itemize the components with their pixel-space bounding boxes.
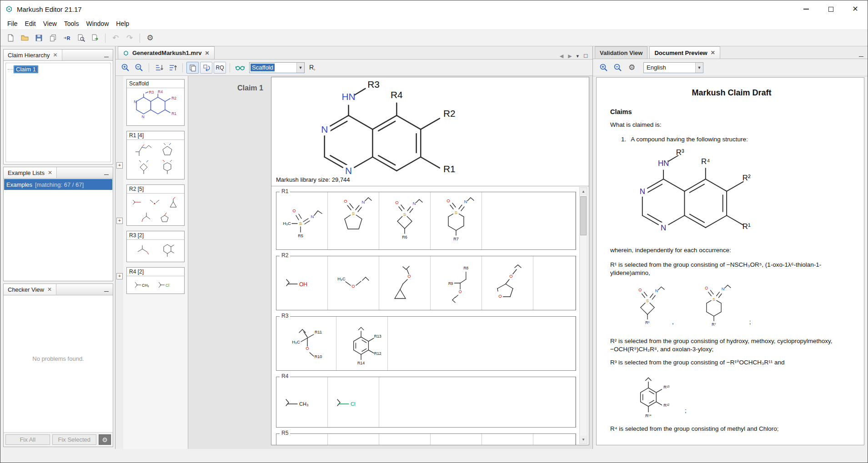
- tab-scroll-right-button[interactable]: ▶: [568, 53, 572, 59]
- expand-group-button[interactable]: +: [116, 218, 123, 224]
- thumbnail-structure[interactable]: [156, 160, 179, 177]
- minimize-panel-button[interactable]: [100, 169, 113, 176]
- thumbnail-structure[interactable]: [132, 160, 155, 177]
- scaffold-view-button[interactable]: [186, 62, 199, 74]
- thumbnail-structure[interactable]: [138, 210, 155, 224]
- thumbnail-structure[interactable]: [156, 210, 173, 224]
- claim-tree-item[interactable]: Claim 1: [14, 65, 38, 73]
- export-document-button[interactable]: [89, 32, 101, 45]
- open-button[interactable]: [18, 32, 31, 45]
- thumbnail-structure[interactable]: [156, 242, 179, 260]
- minimize-panel-button[interactable]: [855, 50, 868, 59]
- thumbnail-structure[interactable]: [132, 142, 155, 159]
- r2-option-cell[interactable]: OH: [276, 256, 328, 310]
- thumbnail-structure[interactable]: [132, 242, 155, 260]
- r-group-tool-button[interactable]: R: [60, 32, 73, 45]
- r3-option-cell[interactable]: R11 H₃C O R10: [276, 317, 336, 370]
- thumbnail-structure[interactable]: [129, 195, 146, 209]
- language-select[interactable]: English ▼: [643, 62, 703, 73]
- sort-ascending-button[interactable]: [153, 62, 165, 74]
- copy-button[interactable]: [46, 32, 59, 45]
- scroll-down-button[interactable]: ▼: [580, 436, 587, 443]
- r3-option-cell[interactable]: R13 R12 R14: [336, 317, 388, 370]
- expand-group-button[interactable]: +: [116, 162, 123, 169]
- r2-option-cell[interactable]: O: [379, 256, 431, 310]
- rq-view-button[interactable]: RQ: [214, 62, 226, 74]
- maximize-button[interactable]: [818, 0, 843, 18]
- r2-option-cell[interactable]: O O: [482, 256, 533, 310]
- close-icon[interactable]: ✕: [47, 286, 52, 293]
- thumbnail-structure[interactable]: [165, 195, 182, 209]
- r2-group-box[interactable]: R2 [5]: [126, 184, 185, 226]
- scrollbar-thumb[interactable]: [580, 196, 587, 235]
- sort-descending-button[interactable]: [166, 62, 179, 74]
- document-tab[interactable]: GeneratedMarkush1.mrv ✕: [118, 46, 215, 59]
- thumbnail-structure[interactable]: [147, 195, 164, 209]
- close-icon[interactable]: ✕: [205, 50, 209, 56]
- examples-list-item[interactable]: Examples [matching: 67 / 67]: [4, 179, 112, 190]
- menu-item-file[interactable]: File: [4, 19, 21, 29]
- empty-cell[interactable]: [379, 377, 576, 427]
- menu-item-window[interactable]: Window: [83, 19, 112, 29]
- expand-group-button[interactable]: +: [116, 273, 123, 279]
- r-logic-glasses-button[interactable]: [234, 62, 246, 74]
- zoom-out-button[interactable]: [612, 62, 624, 74]
- close-icon[interactable]: ✕: [711, 50, 715, 56]
- undo-button[interactable]: ↶: [109, 32, 122, 45]
- save-button[interactable]: [32, 32, 45, 45]
- tab-scroll-left-button[interactable]: ◀: [560, 53, 563, 59]
- zoom-in-button[interactable]: [119, 62, 131, 74]
- new-document-button[interactable]: [4, 32, 17, 45]
- thumbnail-structure[interactable]: Cl: [156, 278, 179, 292]
- chevron-down-icon[interactable]: ▼: [296, 63, 304, 73]
- minimize-button[interactable]: [794, 0, 818, 18]
- checker-settings-button[interactable]: ⚙: [99, 434, 111, 445]
- empty-cell[interactable]: [388, 317, 576, 370]
- r1-group-box[interactable]: R1 [4]: [126, 131, 185, 179]
- menu-item-tools[interactable]: Tools: [61, 19, 82, 29]
- tab-document-preview[interactable]: Document Preview ✕: [649, 46, 720, 59]
- menu-item-help[interactable]: Help: [113, 19, 132, 29]
- r-group-definition-button[interactable]: R⊦: [306, 64, 319, 72]
- close-button[interactable]: ✕: [843, 0, 868, 18]
- chevron-down-icon[interactable]: ▼: [695, 63, 703, 73]
- r3-group-box[interactable]: R3 [2]: [126, 231, 185, 262]
- claim-hierarchy-tab[interactable]: Claim Hierarchy ✕: [4, 50, 62, 60]
- empty-cell[interactable]: [533, 256, 576, 310]
- scaffold-thumbnail[interactable]: R3 R4 R2 R1 N N: [129, 90, 182, 124]
- refresh-layout-button[interactable]: [200, 62, 212, 74]
- close-icon[interactable]: ✕: [48, 169, 52, 176]
- r1-option-cell[interactable]: S O N R6: [379, 192, 431, 249]
- r1-option-cell[interactable]: S O N R7: [431, 192, 482, 249]
- r4-option-cell[interactable]: Cl: [328, 377, 379, 427]
- tab-validation-view[interactable]: Validation View: [595, 46, 647, 59]
- thumbnail-structure[interactable]: [156, 142, 179, 159]
- r2-option-cell[interactable]: R8 R9 O: [431, 256, 482, 310]
- structure-search-button[interactable]: [75, 32, 87, 45]
- r4-group-box[interactable]: R4 [2] CH₃ Cl: [126, 267, 185, 294]
- editor-canvas[interactable]: Claim 1: [188, 76, 592, 449]
- settings-button[interactable]: ⚙: [144, 32, 156, 45]
- scaffold-structure-area[interactable]: N N HN R3 R4 R2 R1 Markush library size:…: [271, 77, 589, 186]
- r4-option-cell[interactable]: CH₃: [276, 377, 328, 427]
- zoom-out-button[interactable]: [133, 62, 145, 74]
- minimize-panel-button[interactable]: [100, 52, 113, 59]
- preview-settings-button[interactable]: ⚙: [626, 62, 638, 74]
- empty-cell[interactable]: [533, 434, 576, 445]
- r5-option-cell[interactable]: [379, 434, 431, 445]
- zoom-in-button[interactable]: [597, 62, 610, 74]
- r5-option-cell[interactable]: CH₃: [431, 434, 482, 445]
- menu-item-view[interactable]: View: [40, 19, 60, 29]
- scaffold-combobox[interactable]: Scaffold ▼: [249, 62, 305, 73]
- empty-cell[interactable]: [482, 192, 576, 249]
- maximize-view-button[interactable]: ☐: [583, 53, 588, 59]
- r5-option-cell[interactable]: [482, 434, 533, 445]
- fix-selected-button[interactable]: Fix Selected: [52, 434, 97, 445]
- scroll-up-button[interactable]: ▲: [580, 188, 587, 195]
- scaffold-group-box[interactable]: Scaffold R3 R4 R2 R1: [126, 79, 185, 126]
- example-lists-tab[interactable]: Example Lists ✕: [4, 167, 57, 178]
- fix-all-button[interactable]: Fix All: [5, 434, 50, 445]
- close-icon[interactable]: ✕: [53, 52, 57, 58]
- checker-view-tab[interactable]: Checker View ✕: [4, 284, 56, 295]
- r1-option-cell[interactable]: S O N: [328, 192, 379, 249]
